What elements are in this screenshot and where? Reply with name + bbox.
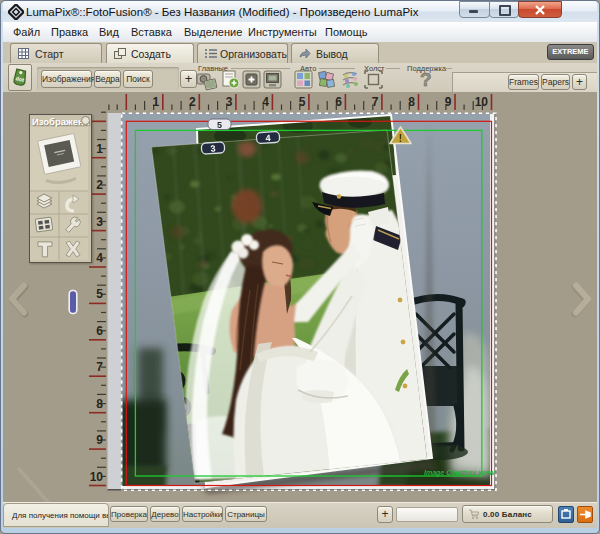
svg-text:3: 3: [96, 215, 103, 229]
svg-text:7: 7: [96, 360, 103, 374]
svg-text:9: 9: [445, 95, 452, 109]
svg-text:2: 2: [96, 178, 103, 192]
svg-text:6: 6: [96, 324, 103, 338]
svg-text:5: 5: [217, 120, 222, 130]
svg-text:1: 1: [96, 142, 103, 156]
svg-text:5: 5: [299, 95, 306, 109]
svg-text:1: 1: [153, 95, 160, 109]
svg-text:9: 9: [96, 433, 103, 447]
svg-text:10: 10: [90, 470, 104, 484]
svg-text:6: 6: [335, 95, 342, 109]
svg-text:4: 4: [262, 95, 269, 109]
svg-text:4: 4: [265, 133, 271, 143]
svg-text:2: 2: [189, 95, 196, 109]
svg-text:8: 8: [408, 95, 415, 109]
svg-text:4: 4: [96, 251, 103, 265]
svg-text:10: 10: [475, 95, 489, 109]
svg-text:5: 5: [96, 287, 103, 301]
svg-text:8: 8: [96, 397, 103, 411]
svg-text:?: ?: [420, 69, 432, 90]
svg-text:3: 3: [210, 143, 216, 153]
svg-text:!: !: [399, 133, 402, 144]
svg-text:7: 7: [372, 95, 379, 109]
svg-text:Image Courtesy www: Image Courtesy www: [424, 469, 495, 477]
svg-text:3: 3: [226, 95, 233, 109]
